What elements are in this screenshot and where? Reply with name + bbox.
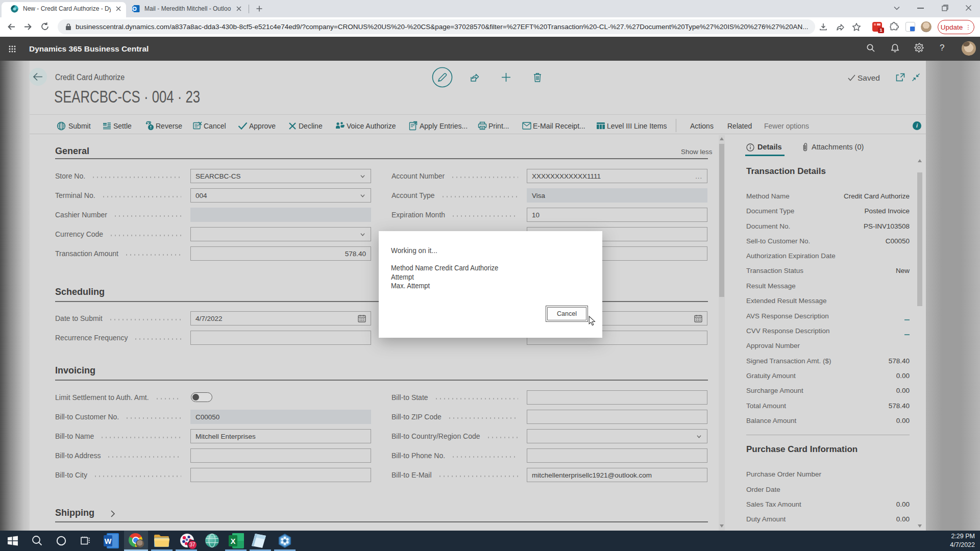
svg-text:W: W (105, 537, 112, 545)
svg-text:X: X (231, 537, 236, 545)
